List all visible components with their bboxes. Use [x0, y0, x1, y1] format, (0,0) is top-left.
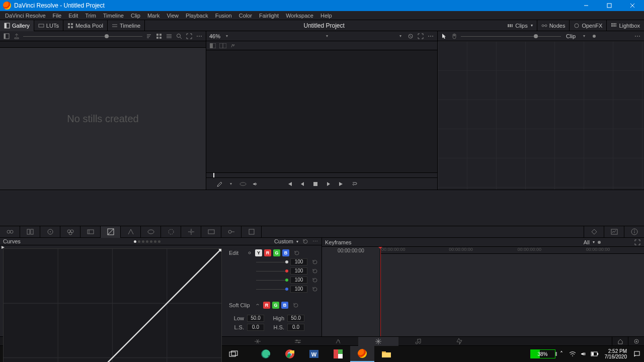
- node-mode[interactable]: Clip: [566, 33, 576, 39]
- b-intensity-slider[interactable]: [256, 289, 288, 290]
- lightbox-toggle[interactable]: Lightbox: [607, 20, 644, 31]
- chevron-down-icon[interactable]: ▾: [593, 240, 595, 244]
- channel-b-button[interactable]: B: [282, 249, 289, 256]
- maximize-button[interactable]: [598, 0, 621, 11]
- gallery-toggle[interactable]: Gallery: [0, 20, 34, 31]
- low-value[interactable]: 50.0: [247, 315, 264, 322]
- loop-button[interactable]: [351, 180, 358, 188]
- notifications-icon[interactable]: [632, 346, 642, 362]
- rgb-mixer-icon[interactable]: [60, 226, 80, 238]
- more-icon[interactable]: ⋯: [311, 238, 318, 245]
- softclip-b-button[interactable]: B: [281, 302, 288, 309]
- menu-view[interactable]: View: [164, 13, 182, 19]
- deliver-page[interactable]: [439, 337, 479, 346]
- fusion-page[interactable]: [318, 337, 358, 346]
- qualifier-icon[interactable]: [141, 226, 161, 238]
- sort-icon[interactable]: [145, 33, 152, 40]
- menu-playback[interactable]: Playback: [183, 13, 211, 19]
- playhead[interactable]: [380, 247, 381, 336]
- window-icon[interactable]: [161, 226, 181, 238]
- resolve-app-icon[interactable]: [350, 346, 374, 362]
- menu-davinci[interactable]: DaVinci Resolve: [2, 13, 49, 19]
- channel-r-button[interactable]: R: [264, 249, 271, 256]
- eyedropper-icon[interactable]: [215, 180, 222, 188]
- image-wipe-icon[interactable]: [209, 42, 216, 49]
- expand-icon[interactable]: [186, 33, 193, 40]
- clip-thumbnail-strip[interactable]: [0, 190, 644, 226]
- link-icon[interactable]: [254, 302, 261, 309]
- reset-icon[interactable]: [311, 259, 317, 265]
- reset-icon[interactable]: [311, 286, 317, 292]
- viewer-scrubber[interactable]: [206, 172, 437, 177]
- word-app-icon[interactable]: W: [302, 346, 326, 362]
- battery-indicator[interactable]: 38%: [530, 349, 555, 358]
- luts-toggle[interactable]: LUTs: [34, 20, 63, 31]
- color-page[interactable]: [358, 337, 398, 346]
- menu-fusion[interactable]: Fusion: [212, 13, 235, 19]
- search-icon[interactable]: [176, 33, 183, 40]
- mute-icon[interactable]: [252, 180, 259, 188]
- y-intensity-value[interactable]: 100: [290, 258, 307, 265]
- chevron-down-icon[interactable]: ▾: [397, 33, 404, 40]
- last-frame-button[interactable]: [338, 180, 345, 188]
- motion-effects-icon[interactable]: [80, 226, 101, 238]
- clips-toggle[interactable]: Clips▾: [503, 20, 537, 31]
- home-button[interactable]: [612, 337, 628, 346]
- timeline-toggle[interactable]: Timeline: [108, 20, 145, 31]
- first-frame-button[interactable]: [286, 180, 293, 188]
- grid-view-icon[interactable]: [155, 33, 163, 40]
- menu-color[interactable]: Color: [236, 13, 255, 19]
- explorer-app-icon[interactable]: [374, 346, 398, 362]
- softclip-r-button[interactable]: R: [263, 302, 270, 309]
- channel-y-button[interactable]: Y: [255, 249, 262, 256]
- y-intensity-slider[interactable]: [256, 262, 288, 262]
- zoom-value[interactable]: 46%: [209, 33, 220, 39]
- keyframes-scope[interactable]: All: [584, 239, 590, 245]
- color-wheels-icon[interactable]: [40, 226, 60, 238]
- reset-icon[interactable]: [293, 250, 299, 256]
- curves-graph[interactable]: [0, 245, 225, 362]
- keyframe-timeline[interactable]: 00:00:00:00 00:00:00:00 00:00:00:00 00:0…: [380, 247, 644, 336]
- keyframe-toggle-icon[interactable]: [584, 226, 604, 238]
- chevron-down-icon[interactable]: ▾: [581, 33, 588, 40]
- curves-page-dots[interactable]: [134, 240, 160, 243]
- info-icon[interactable]: [624, 226, 644, 238]
- chevron-down-icon[interactable]: ▾: [296, 239, 298, 244]
- wifi-icon[interactable]: [568, 346, 578, 362]
- color-warper-icon[interactable]: [121, 226, 141, 238]
- curves-icon[interactable]: [101, 226, 121, 238]
- r-intensity-slider[interactable]: [256, 271, 288, 272]
- close-button[interactable]: [621, 0, 644, 11]
- taskbar-clock[interactable]: 2:52 PM 7/16/2020: [601, 348, 631, 359]
- menu-trim[interactable]: Trim: [82, 13, 99, 19]
- menu-fairlight[interactable]: Fairlight: [256, 13, 282, 19]
- chrome-app-icon[interactable]: [278, 346, 302, 362]
- high-value[interactable]: 50.0: [287, 315, 304, 322]
- softclip-g-button[interactable]: G: [272, 302, 279, 309]
- edge-app-icon[interactable]: [254, 346, 278, 362]
- camera-raw-icon[interactable]: [0, 226, 20, 238]
- b-intensity-value[interactable]: 100: [290, 286, 307, 293]
- chevron-down-icon[interactable]: ▾: [324, 33, 331, 40]
- stop-button[interactable]: [312, 180, 319, 188]
- scopes-icon[interactable]: [604, 226, 624, 238]
- g-intensity-value[interactable]: 100: [290, 277, 307, 284]
- more-icon[interactable]: ⋯: [427, 33, 434, 40]
- more-icon[interactable]: ⋯: [196, 33, 203, 40]
- volume-icon[interactable]: [579, 346, 589, 362]
- bypass-icon[interactable]: [407, 33, 414, 40]
- sidebar-toggle-icon[interactable]: [3, 33, 10, 40]
- openfx-toggle[interactable]: OpenFX: [570, 20, 607, 31]
- sizing-icon[interactable]: [242, 226, 262, 238]
- viewer-canvas[interactable]: [206, 50, 437, 172]
- reset-icon[interactable]: [311, 277, 317, 283]
- pointer-icon[interactable]: [441, 33, 448, 40]
- chevron-down-icon[interactable]: ▾: [223, 33, 230, 40]
- expand-icon[interactable]: [634, 239, 641, 246]
- reset-icon[interactable]: [292, 302, 298, 308]
- more-icon[interactable]: ⋯: [634, 33, 641, 40]
- menu-edit[interactable]: Edit: [65, 13, 81, 19]
- task-view-icon[interactable]: [221, 346, 246, 362]
- app4-icon[interactable]: [326, 346, 350, 362]
- edit-page[interactable]: [278, 337, 318, 346]
